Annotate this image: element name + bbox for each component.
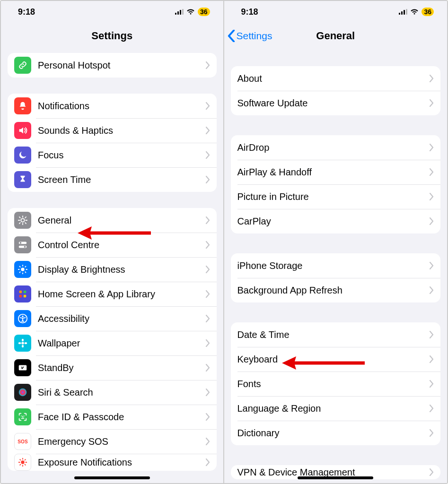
- page-title: General: [316, 30, 355, 42]
- page-title: Settings: [91, 30, 132, 42]
- row-label: Picture in Picture: [237, 191, 427, 202]
- row-carplay[interactable]: CarPlay: [231, 209, 441, 233]
- svg-point-12: [22, 339, 24, 342]
- svg-point-13: [22, 345, 24, 348]
- row-label: About: [237, 73, 427, 84]
- chevron-right-icon: [429, 99, 434, 107]
- battery-indicator: 36: [198, 8, 210, 16]
- row-exposure-notifications[interactable]: Exposure Notifications: [8, 454, 217, 471]
- moon-icon: [14, 147, 31, 164]
- row-language-region[interactable]: Language & Region: [231, 396, 441, 421]
- clock-icon: [14, 359, 31, 376]
- home-indicator: [74, 476, 150, 479]
- row-accessibility[interactable]: Accessibility: [8, 306, 217, 331]
- status-bar: 9:18 36: [224, 1, 448, 23]
- row-label: Emergency SOS: [38, 436, 202, 447]
- row-standby[interactable]: StandBy: [8, 355, 217, 380]
- cellular-icon: [399, 9, 407, 15]
- settings-list[interactable]: Personal Hotspot NotificationsSounds & H…: [1, 49, 223, 483]
- grid-icon: [14, 285, 31, 302]
- row-picture-in-picture[interactable]: Picture in Picture: [231, 184, 441, 209]
- sun-icon: [14, 261, 31, 278]
- row-personal-hotspot[interactable]: Personal Hotspot: [8, 53, 217, 78]
- siri-icon: [14, 384, 31, 401]
- row-label: AirPlay & Handoff: [237, 167, 427, 178]
- row-label: Personal Hotspot: [38, 60, 202, 71]
- row-fonts[interactable]: Fonts: [231, 372, 441, 396]
- row-emergency-sos[interactable]: SOSEmergency SOS: [8, 429, 217, 454]
- row-display-brightness[interactable]: Display & Brightness: [8, 257, 217, 282]
- chevron-right-icon: [205, 413, 210, 421]
- row-label: CarPlay: [237, 216, 427, 227]
- chevron-right-icon: [205, 127, 210, 134]
- status-indicators: 36: [399, 8, 434, 16]
- row-label: Face ID & Passcode: [38, 412, 202, 423]
- chevron-right-icon: [429, 331, 434, 338]
- chevron-right-icon: [429, 262, 434, 269]
- speaker-icon: [14, 122, 31, 139]
- svg-point-19: [24, 415, 25, 416]
- row-about[interactable]: About: [231, 66, 441, 91]
- switches-icon: [14, 236, 31, 253]
- status-time: 9:18: [241, 7, 258, 17]
- group-storage: iPhone StorageBackground App Refresh: [231, 253, 441, 302]
- row-siri-search[interactable]: Siri & Search: [8, 380, 217, 405]
- row-general[interactable]: General: [8, 208, 217, 233]
- row-label: Siri & Search: [38, 387, 202, 398]
- row-date-time[interactable]: Date & Time: [231, 322, 441, 347]
- row-label: Software Update: [237, 98, 427, 109]
- row-control-centre[interactable]: Control Centre: [8, 233, 217, 257]
- row-keyboard[interactable]: Keyboard: [231, 347, 441, 372]
- gear-icon: [14, 212, 31, 229]
- general-list[interactable]: AboutSoftware Update AirDropAirPlay & Ha…: [224, 49, 448, 483]
- chevron-right-icon: [205, 176, 210, 183]
- row-iphone-storage[interactable]: iPhone Storage: [231, 253, 441, 278]
- chevron-right-icon: [205, 364, 210, 372]
- svg-rect-5: [19, 291, 22, 294]
- svg-rect-7: [19, 295, 22, 298]
- nav-header: Settings: [1, 23, 223, 49]
- row-label: Dictionary: [237, 428, 427, 439]
- sos-icon: SOS: [14, 433, 31, 450]
- row-face-id-passcode[interactable]: Face ID & Passcode: [8, 405, 217, 429]
- chevron-right-icon: [429, 168, 434, 176]
- chevron-right-icon: [205, 266, 210, 273]
- back-button[interactable]: Settings: [227, 23, 272, 49]
- chevron-right-icon: [429, 468, 434, 476]
- group-keyboard: Date & TimeKeyboardFontsLanguage & Regio…: [231, 322, 441, 445]
- row-screen-time[interactable]: Screen Time: [8, 167, 217, 192]
- hourglass-icon: [14, 171, 31, 188]
- svg-point-14: [18, 342, 21, 344]
- row-label: AirDrop: [237, 142, 427, 153]
- row-notifications[interactable]: Notifications: [8, 94, 217, 118]
- row-label: StandBy: [38, 363, 202, 373]
- row-software-update[interactable]: Software Update: [231, 91, 441, 115]
- svg-point-18: [21, 415, 22, 416]
- wifi-icon: [410, 9, 419, 15]
- svg-point-11: [21, 342, 24, 345]
- chevron-right-icon: [205, 216, 210, 224]
- home-indicator: [298, 476, 373, 479]
- row-label: Background App Refresh: [237, 285, 427, 296]
- chevron-right-icon: [429, 144, 434, 151]
- svg-point-15: [25, 342, 27, 344]
- row-label: Control Centre: [38, 240, 202, 251]
- svg-point-4: [21, 268, 24, 271]
- svg-point-21: [21, 460, 24, 464]
- row-home-screen-app-library[interactable]: Home Screen & App Library: [8, 282, 217, 306]
- chevron-right-icon: [205, 61, 210, 69]
- chevron-right-icon: [205, 458, 210, 466]
- row-wallpaper[interactable]: Wallpaper: [8, 331, 217, 355]
- row-airplay-handoff[interactable]: AirPlay & Handoff: [231, 160, 441, 184]
- chevron-right-icon: [205, 339, 210, 347]
- row-airdrop[interactable]: AirDrop: [231, 135, 441, 160]
- row-background-app-refresh[interactable]: Background App Refresh: [231, 278, 441, 302]
- battery-indicator: 36: [422, 8, 434, 16]
- row-label: Fonts: [237, 379, 427, 389]
- bell-icon: [14, 97, 31, 114]
- row-focus[interactable]: Focus: [8, 143, 217, 167]
- row-dictionary[interactable]: Dictionary: [231, 421, 441, 445]
- row-sounds-haptics[interactable]: Sounds & Haptics: [8, 118, 217, 143]
- row-label: Accessibility: [38, 313, 202, 324]
- row-label: Focus: [38, 150, 202, 161]
